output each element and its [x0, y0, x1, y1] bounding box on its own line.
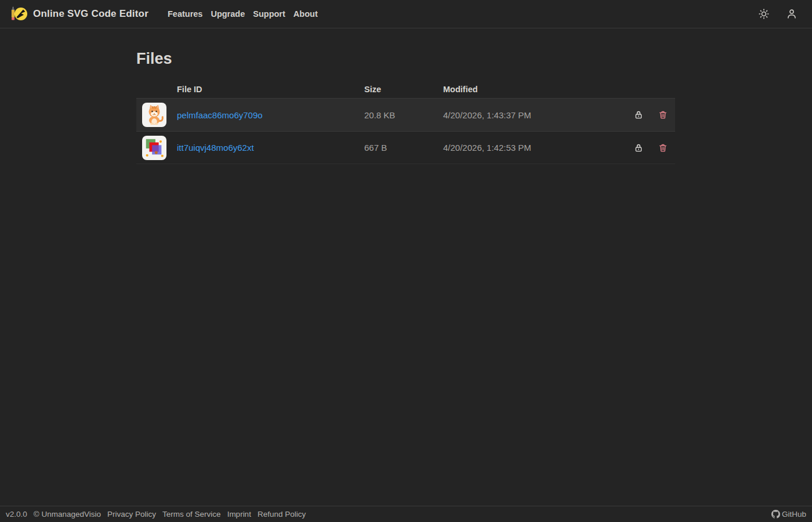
- lock-button[interactable]: [632, 108, 646, 122]
- person-icon: [786, 9, 797, 19]
- footer-link-privacy[interactable]: Privacy Policy: [107, 510, 156, 519]
- file-modified: 4/20/2026, 1:43:37 PM: [443, 110, 626, 120]
- page-title: Files: [136, 50, 812, 68]
- trash-icon: [658, 143, 668, 153]
- table-row: pelmfaac86mo6y709o 20.8 KB 4/20/2026, 1:…: [136, 98, 675, 131]
- files-table: File ID Size Modified: [136, 81, 675, 164]
- col-file-id-header: File ID: [177, 85, 364, 94]
- brand-title: Online SVG Code Editor: [33, 8, 148, 20]
- nav-link-support[interactable]: Support: [249, 6, 289, 22]
- nav-link-about[interactable]: About: [289, 6, 322, 22]
- table-header: File ID Size Modified: [136, 81, 675, 98]
- navbar: Online SVG Code Editor Features Upgrade …: [0, 0, 812, 28]
- sun-icon: [759, 9, 769, 19]
- github-link[interactable]: GitHub: [771, 510, 806, 519]
- theme-toggle-button[interactable]: [757, 8, 770, 20]
- footer-link-refund[interactable]: Refund Policy: [258, 510, 306, 519]
- nav-link-features[interactable]: Features: [164, 6, 206, 22]
- pencil-ball-logo-icon: [9, 5, 28, 23]
- footer: v2.0.0 © UnmanagedVisio Privacy Policy T…: [0, 506, 812, 522]
- delete-button[interactable]: [656, 108, 670, 122]
- nav-link-upgrade[interactable]: Upgrade: [206, 6, 249, 22]
- col-size-header: Size: [364, 85, 443, 94]
- main-content: Files File ID Size Modified: [0, 28, 812, 164]
- lock-icon: [634, 143, 643, 153]
- delete-button[interactable]: [656, 141, 670, 155]
- brand[interactable]: Online SVG Code Editor: [9, 5, 148, 23]
- main-nav: Features Upgrade Support About: [164, 6, 322, 22]
- file-id-link[interactable]: pelmfaac86mo6y709o: [177, 110, 263, 120]
- file-size: 20.8 KB: [364, 110, 443, 120]
- file-size: 667 B: [364, 143, 443, 153]
- file-id-link[interactable]: itt7uiqvj48mo6y62xt: [177, 143, 254, 153]
- nav-icons: [757, 8, 798, 20]
- col-modified-header: Modified: [443, 85, 626, 94]
- file-thumbnail-cat[interactable]: [142, 103, 166, 127]
- file-thumbnail-squares[interactable]: [142, 136, 166, 160]
- copyright-label: © UnmanagedVisio: [34, 510, 101, 519]
- lock-icon: [634, 110, 643, 119]
- cat-illustration-icon: [143, 104, 165, 126]
- trash-icon: [658, 110, 668, 119]
- github-icon: [771, 510, 780, 519]
- file-modified: 4/20/2026, 1:42:53 PM: [443, 143, 626, 153]
- table-row: itt7uiqvj48mo6y62xt 667 B 4/20/2026, 1:4…: [136, 131, 675, 164]
- lock-button[interactable]: [632, 141, 646, 155]
- footer-link-terms[interactable]: Terms of Service: [162, 510, 221, 519]
- footer-link-imprint[interactable]: Imprint: [227, 510, 251, 519]
- overlapping-squares-icon: [143, 137, 165, 159]
- account-button[interactable]: [785, 8, 798, 20]
- version-label: v2.0.0: [6, 510, 27, 519]
- github-label: GitHub: [782, 510, 806, 519]
